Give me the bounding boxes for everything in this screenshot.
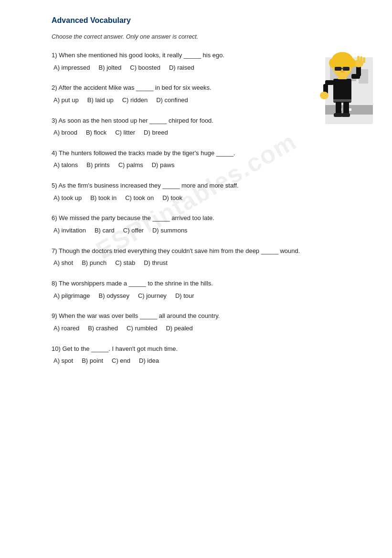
answer-option: D) paws	[152, 161, 175, 168]
question-8-text: 8) The worshippers made a _____ to the s…	[52, 279, 363, 288]
instruction-text: Choose the correct answer. Only one answ…	[52, 33, 363, 40]
answer-option: D) confined	[156, 96, 188, 104]
answer-option: A) pilgrimage	[53, 292, 90, 299]
answer-option: D) took	[162, 194, 182, 201]
question-4: 4) The hunters followed the tracks made …	[52, 148, 363, 170]
questions-container: 1) When she mentioned his good looks, it…	[52, 51, 363, 366]
answer-option: A) shot	[53, 259, 73, 266]
answer-option: D) idea	[139, 357, 159, 364]
question-5-text: 5) As the firm's business increased they…	[52, 181, 363, 190]
question-10: 10) Get to the _____. I haven't got much…	[52, 344, 363, 366]
answer-option: B) laid up	[87, 96, 114, 104]
question-9-answers: A) roaredB) crashedC) rumbledD) pealed	[53, 324, 363, 334]
answer-option: C) ridden	[122, 96, 148, 104]
question-9-text: 9) When the war was over bells _____ all…	[52, 311, 363, 321]
answer-option: C) boosted	[130, 64, 160, 71]
question-6: 6) We missed the party because the _____…	[52, 213, 363, 235]
question-6-text: 6) We missed the party because the _____…	[52, 213, 363, 223]
question-1: 1) When she mentioned his good looks, it…	[52, 51, 363, 73]
question-3: 3) As soon as the hen stood up her _____…	[52, 116, 363, 138]
answer-option: D) pealed	[166, 325, 192, 332]
question-2: 2) After the accident Mike was _____ in …	[52, 83, 363, 105]
answer-option: C) took on	[125, 194, 154, 201]
question-9: 9) When the war was over bells _____ all…	[52, 311, 363, 333]
question-4-text: 4) The hunters followed the tracks made …	[52, 148, 363, 158]
question-7-answers: A) shotB) punchC) stabD) thrust	[53, 258, 363, 268]
answer-option: C) rumbled	[127, 325, 157, 332]
answer-option: C) offer	[123, 227, 144, 234]
question-8-answers: A) pilgrimageB) odysseyC) journeyD) tour	[53, 291, 363, 301]
answer-option: C) journey	[138, 292, 167, 299]
answer-option: B) odyssey	[99, 292, 129, 299]
answer-option: B) prints	[86, 161, 109, 168]
answer-option: B) took in	[90, 194, 117, 201]
question-2-answers: A) put upB) laid upC) riddenD) confined	[53, 95, 363, 105]
answer-option: A) put up	[53, 96, 79, 104]
answer-option: C) stab	[115, 259, 135, 266]
answer-option: C) palms	[118, 161, 143, 168]
answer-option: A) roared	[53, 325, 79, 332]
answer-option: D) tour	[175, 292, 194, 299]
answer-option: A) talons	[53, 161, 78, 168]
question-5-answers: A) took upB) took inC) took onD) took	[53, 193, 363, 203]
question-3-answers: A) broodB) flockC) litterD) breed	[53, 128, 363, 138]
question-4-answers: A) talonsB) printsC) palmsD) paws	[53, 160, 363, 170]
question-7-text: 7) Though the doctors tried everything t…	[52, 246, 363, 256]
answer-option: A) brood	[53, 129, 77, 136]
question-3-text: 3) As soon as the hen stood up her _____…	[52, 116, 363, 126]
answer-option: D) summons	[152, 227, 188, 234]
question-6-answers: A) invitationB) cardC) offerD) summons	[53, 226, 363, 236]
question-10-answers: A) spotB) pointC) endD) idea	[53, 356, 363, 366]
page-title: Advanced Vocabulary	[52, 16, 363, 25]
answer-option: B) card	[95, 227, 115, 234]
question-5: 5) As the firm's business increased they…	[52, 181, 363, 203]
answer-option: B) flock	[86, 129, 106, 136]
answer-option: D) thrust	[144, 259, 168, 266]
question-1-answers: A) impressedB) joltedC) boostedD) raised	[53, 63, 363, 73]
answer-option: A) impressed	[53, 64, 90, 71]
question-8: 8) The worshippers made a _____ to the s…	[52, 279, 363, 301]
question-10-text: 10) Get to the _____. I haven't got much…	[52, 344, 363, 354]
answer-option: B) point	[82, 357, 103, 364]
answer-option: A) took up	[53, 194, 82, 201]
answer-option: B) crashed	[88, 325, 118, 332]
question-1-text: 1) When she mentioned his good looks, it…	[52, 51, 363, 60]
answer-option: B) jolted	[99, 64, 122, 71]
answer-option: A) spot	[53, 357, 73, 364]
answer-option: D) raised	[169, 64, 194, 71]
answer-option: B) punch	[82, 259, 106, 266]
question-7: 7) Though the doctors tried everything t…	[52, 246, 363, 268]
answer-option: C) end	[112, 357, 130, 364]
answer-option: D) breed	[144, 129, 168, 136]
question-2-text: 2) After the accident Mike was _____ in …	[52, 83, 363, 93]
answer-option: A) invitation	[53, 227, 86, 234]
answer-option: C) litter	[115, 129, 135, 136]
